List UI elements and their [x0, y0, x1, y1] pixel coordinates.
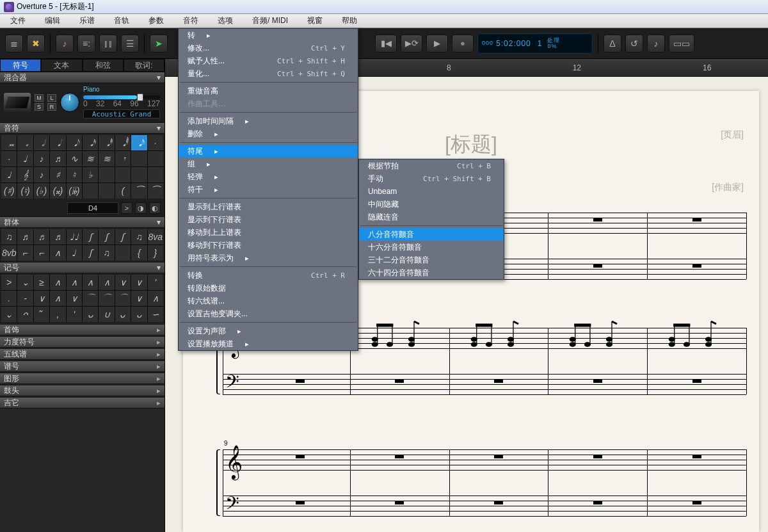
menu-item[interactable]: 符干 [179, 183, 358, 196]
panel-toggle-1[interactable]: ≣ [5, 35, 23, 52]
menu-item[interactable]: 轻弹 [179, 170, 358, 183]
menu-item[interactable]: 设置播放频道 [179, 337, 358, 350]
pan-knob[interactable] [60, 93, 79, 112]
tab-text[interactable]: 文本 [41, 59, 82, 72]
menu-item[interactable]: 赋予人性...Ctrl + Shift + H [179, 54, 358, 67]
section-drum[interactable]: 鼓头▸ [0, 385, 164, 396]
menu-item[interactable]: 用符号表示为 [179, 252, 358, 264]
palette-cell[interactable]: ≋ [83, 151, 98, 166]
palette-cell[interactable]: ∨ [115, 275, 131, 290]
palette-cell[interactable]: ∿ [67, 151, 82, 166]
palette-cell[interactable] [99, 183, 114, 198]
palette-cell[interactable]: ≥ [34, 275, 49, 290]
menu-file[interactable]: 文件 [6, 14, 29, 28]
palette-cell[interactable]: ♪ [34, 151, 49, 166]
beam-submenu[interactable]: 根据节拍Ctrl + B手动Ctrl + Shift + BUnbeam中间隐藏… [358, 159, 504, 280]
palette-cell[interactable]: ʃ [99, 229, 114, 245]
menu-item[interactable]: 中间隐藏 [359, 198, 504, 211]
score-composer[interactable]: [作曲家] [712, 182, 744, 193]
palette-cell[interactable]: 𝅗𝅥 [34, 135, 49, 150]
palette-cell[interactable]: ≋ [99, 151, 114, 166]
menu-item[interactable]: 移动到上上谱表 [179, 226, 358, 239]
palette-cell[interactable]: 𝅘𝅥𝅱 [115, 135, 131, 150]
palette-cell[interactable]: 𝅘𝅥𝅯 [83, 135, 98, 150]
menu-item[interactable]: 修改...Ctrl + Y [179, 42, 358, 54]
palette-cell[interactable]: ( [115, 183, 131, 198]
palette-cell[interactable]: 𝅘𝅥𝅮 [67, 135, 82, 150]
menu-item[interactable]: 设置吉他变调夹... [179, 307, 358, 320]
tools-icon[interactable]: ✖ [27, 35, 45, 52]
palette-cell[interactable]: ♫ [1, 229, 17, 245]
palette-cell[interactable]: } [148, 245, 163, 261]
palette-cell[interactable]: ♩ [1, 167, 17, 182]
palette-cell[interactable]: 𝄞 [17, 167, 33, 182]
menu-score[interactable]: 乐谱 [76, 14, 99, 28]
palette-cell[interactable]: ʃ [83, 245, 98, 261]
menu-item[interactable]: 转换Ctrl + R [179, 269, 358, 282]
play-icon[interactable]: ▶ [426, 35, 448, 52]
menu-edit[interactable]: 编辑 [41, 14, 64, 28]
vol-slider[interactable] [83, 95, 160, 99]
menu-window[interactable]: 视窗 [303, 14, 326, 28]
score-header[interactable]: [页眉] [721, 129, 744, 141]
palette-cell[interactable] [148, 167, 163, 182]
palette-cell[interactable]: ∨ [131, 291, 147, 306]
palette-cell[interactable]: ♯ [50, 167, 65, 182]
palette-cell[interactable]: 𝅘𝅥 [50, 135, 65, 150]
tab-chords[interactable]: 和弦 [83, 59, 124, 72]
palette-cell[interactable] [115, 167, 131, 182]
palette-cell[interactable]: ⌄ [1, 307, 17, 322]
menu-params[interactable]: 参数 [145, 14, 168, 28]
palette-cell[interactable]: (♮) [17, 183, 33, 198]
palette-cell[interactable]: 𝅘𝅥𝅮 [131, 135, 147, 150]
menu-item[interactable]: 重做音高 [179, 85, 358, 97]
menu-item[interactable]: 隐藏连音 [359, 211, 504, 223]
section-staff[interactable]: 五线谱▸ [0, 348, 164, 360]
palette-cell[interactable]: ♫ [99, 245, 114, 261]
mute-btn[interactable]: M [35, 94, 44, 102]
palette-cell[interactable]: - [17, 291, 33, 306]
mixer-icon[interactable]: ⫿⫿ [99, 35, 117, 52]
section-clef[interactable]: 谱号▸ [0, 360, 164, 372]
palette-cell[interactable]: ∪ [99, 307, 114, 322]
palette-cell[interactable]: ♬ [50, 229, 65, 245]
menu-item[interactable]: 根据节拍Ctrl + B [359, 159, 504, 172]
section-marks[interactable]: 记号 [0, 262, 164, 273]
menu-item[interactable]: 三十二分音符颤音 [359, 254, 504, 266]
palette-cell[interactable] [99, 167, 114, 182]
menu-item[interactable]: 转 [179, 29, 358, 42]
pointer-tool-icon[interactable]: ➤ [150, 35, 168, 52]
palette-cell[interactable]: ♫ [131, 229, 147, 245]
pitch-input[interactable]: D4 [67, 202, 118, 214]
palette-cell[interactable]: ⌐ [17, 245, 33, 261]
menu-item[interactable]: 设置为声部 [179, 325, 358, 337]
palette-cell[interactable]: ⁀ [148, 183, 163, 198]
section-mixer[interactable]: 混合器 [0, 72, 164, 83]
palette-cell[interactable]: ⌒ [83, 291, 98, 306]
palette-cell[interactable]: 8va [148, 229, 163, 245]
palette-cell[interactable]: ᷉ [34, 307, 49, 322]
palette-cell[interactable]: ∧ [148, 291, 163, 306]
r-btn[interactable]: R [47, 103, 56, 111]
menu-item[interactable]: 转六线谱... [179, 294, 358, 307]
menu-item[interactable]: 八分音符颤音 [359, 228, 504, 241]
palette-cell[interactable]: ᴗ [83, 307, 98, 322]
palette-cell[interactable]: ∧ [99, 275, 114, 290]
palette-cell[interactable]: ∧ [83, 275, 98, 290]
palette-cell[interactable]: ∨ [67, 291, 82, 306]
palette-cell[interactable]: ' [148, 275, 163, 290]
section-guitar[interactable]: 吉它▸ [0, 397, 164, 408]
palette-cell[interactable]: ʃ [115, 229, 131, 245]
palette-cell[interactable] [115, 245, 131, 261]
palette-cell[interactable]: ⁀ [131, 183, 147, 198]
palette-cell[interactable]: ʃ [83, 229, 98, 245]
palette-cell[interactable]: ᴗ [115, 307, 131, 322]
loop-icon[interactable]: ↺ [625, 35, 643, 52]
section-graphic[interactable]: 图形▸ [0, 373, 164, 384]
palette-cell[interactable]: 𝅘𝅥𝅰 [99, 135, 114, 150]
rest-btn[interactable]: ◐ [149, 202, 161, 214]
palette-cell[interactable]: 8vb [1, 245, 17, 261]
menu-item[interactable]: 六十四分音符颤音 [359, 266, 504, 279]
rewind-icon[interactable]: ▮◀ [375, 35, 397, 52]
tab-lyrics[interactable]: 歌词: [124, 59, 164, 72]
